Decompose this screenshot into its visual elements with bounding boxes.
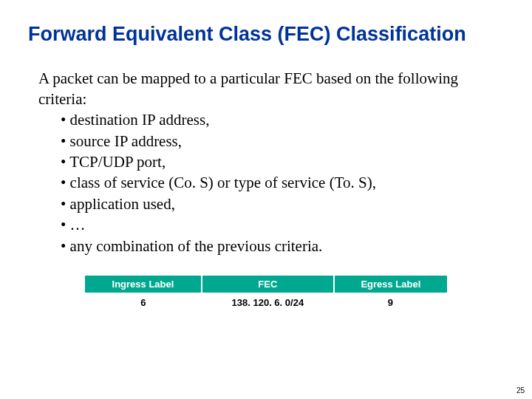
bullet-item: class of service (Co. S) or type of serv… [61,172,504,193]
bullet-item: any combination of the previous criteria… [61,236,504,256]
fec-table: Ingress Label FEC Egress Label 6 138. 12… [85,276,447,313]
col-fec: FEC [202,276,334,293]
table-row: 6 138. 120. 6. 0/24 9 [85,293,447,313]
page-number: 25 [516,386,525,395]
bullet-item: TCP/UDP port, [61,151,504,172]
body-text: A packet can be mapped to a particular F… [28,68,504,256]
fec-table-wrap: Ingress Label FEC Egress Label 6 138. 12… [85,276,447,313]
cell-ingress: 6 [85,293,202,313]
col-ingress: Ingress Label [85,276,202,293]
cell-fec: 138. 120. 6. 0/24 [202,293,334,313]
slide: Forward Equivalent Class (FEC) Classific… [0,0,532,313]
bullet-list: destination IP address, source IP addres… [38,109,504,256]
cell-egress: 9 [334,293,447,313]
bullet-item: application used, [61,194,504,214]
table-header-row: Ingress Label FEC Egress Label [85,276,447,293]
col-egress: Egress Label [334,276,447,293]
slide-title: Forward Equivalent Class (FEC) Classific… [28,22,504,47]
bullet-item: destination IP address, [61,109,504,130]
bullet-item: … [61,214,504,235]
bullet-item: source IP address, [61,131,504,151]
intro-line: A packet can be mapped to a particular F… [38,68,504,110]
